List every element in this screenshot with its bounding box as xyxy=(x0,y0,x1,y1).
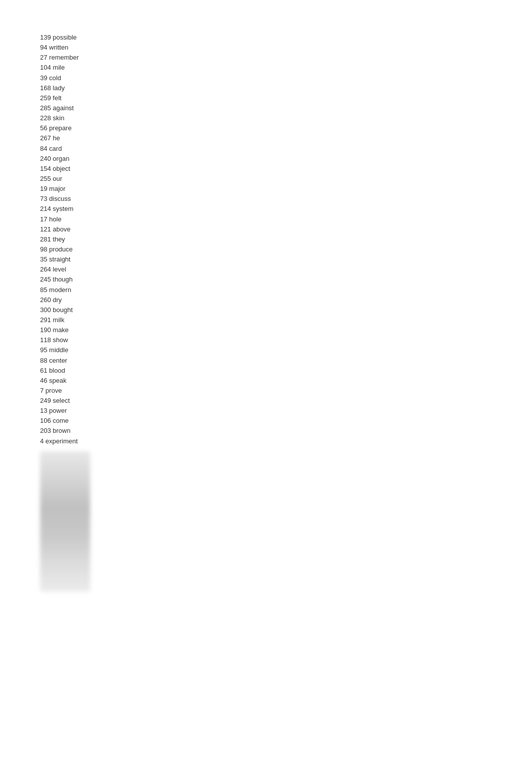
list-item: 19 major xyxy=(40,184,532,194)
list-item: 118 show xyxy=(40,335,532,345)
main-content: 139 possible94 written27 remember104 mil… xyxy=(0,0,532,592)
list-item: 61 blood xyxy=(40,366,532,376)
list-item: 95 middle xyxy=(40,345,532,355)
list-item: 168 lady xyxy=(40,83,532,93)
list-item: 46 speak xyxy=(40,376,532,386)
list-item: 88 center xyxy=(40,356,532,366)
list-item: 190 make xyxy=(40,325,532,335)
list-item: 240 organ xyxy=(40,154,532,164)
list-item: 249 select xyxy=(40,396,532,406)
list-item: 245 though xyxy=(40,275,532,285)
list-item: 98 produce xyxy=(40,244,532,254)
list-item: 267 he xyxy=(40,133,532,143)
list-item: 73 discuss xyxy=(40,194,532,204)
blurred-image xyxy=(40,451,90,592)
list-item: 300 bought xyxy=(40,305,532,315)
list-item: 104 mile xyxy=(40,63,532,73)
list-item: 121 above xyxy=(40,224,532,234)
list-item: 214 system xyxy=(40,204,532,214)
list-item: 17 hole xyxy=(40,214,532,224)
list-item: 7 prove xyxy=(40,386,532,396)
list-item: 281 they xyxy=(40,234,532,244)
list-item: 85 modern xyxy=(40,285,532,295)
list-item: 285 against xyxy=(40,103,532,113)
list-item: 106 come xyxy=(40,416,532,426)
list-item: 154 object xyxy=(40,164,532,174)
list-item: 228 skin xyxy=(40,113,532,123)
list-item: 27 remember xyxy=(40,53,532,63)
list-item: 39 cold xyxy=(40,73,532,83)
list-item: 260 dry xyxy=(40,295,532,305)
list-item: 255 our xyxy=(40,174,532,184)
word-list: 139 possible94 written27 remember104 mil… xyxy=(40,33,532,446)
list-item: 203 brown xyxy=(40,426,532,436)
list-item: 291 milk xyxy=(40,315,532,325)
list-item: 84 card xyxy=(40,144,532,154)
list-item: 56 prepare xyxy=(40,123,532,133)
list-item: 139 possible xyxy=(40,33,532,43)
list-item: 94 written xyxy=(40,43,532,53)
list-item: 259 felt xyxy=(40,93,532,103)
list-item: 4 experiment xyxy=(40,436,532,446)
list-item: 35 straight xyxy=(40,254,532,265)
list-item: 13 power xyxy=(40,406,532,416)
list-item: 264 level xyxy=(40,265,532,275)
